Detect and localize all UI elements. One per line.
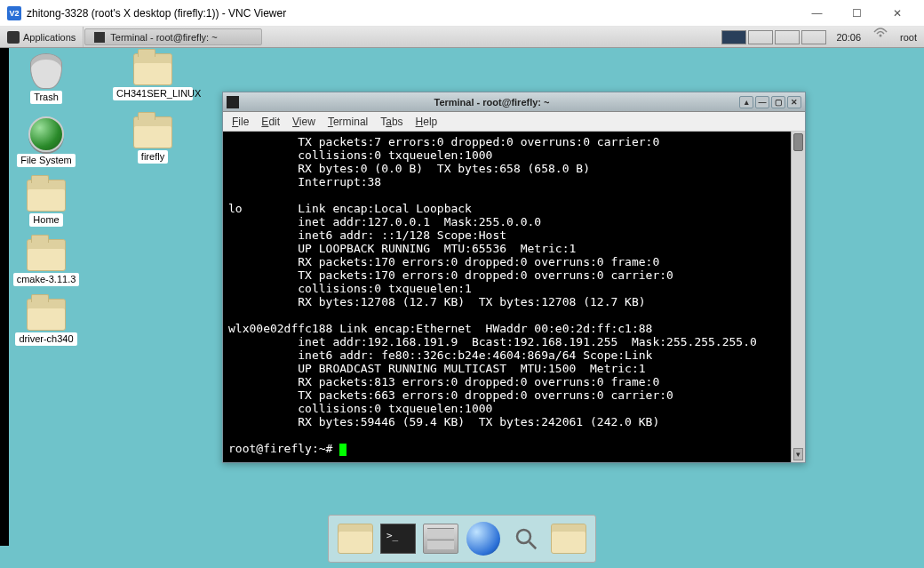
folder-icon [27, 239, 66, 271]
folder-icon [27, 299, 66, 331]
terminal-menu-edit[interactable]: Edit [261, 116, 280, 128]
panel-user-label[interactable]: root [893, 27, 924, 47]
dock-browser[interactable] [464, 519, 503, 558]
desktop-icon-cmake[interactable]: cmake-3.11.3 [11, 239, 82, 286]
workspace-1[interactable] [721, 30, 746, 44]
terminal-titlebar[interactable]: Terminal - root@firefly: ~ ▴ — ▢ ✕ [223, 92, 805, 112]
taskbar-terminal-label: Terminal - root@firefly: ~ [110, 32, 217, 43]
svg-point-1 [517, 530, 530, 543]
driver-label: driver-ch340 [15, 332, 76, 346]
terminal-body[interactable]: TX packets:7 errors:0 dropped:0 overruns… [223, 132, 805, 462]
globe-icon [466, 522, 500, 556]
terminal-cursor [339, 444, 346, 456]
filesystem-label: File System [17, 154, 75, 167]
vnc-close-button[interactable]: ✕ [877, 1, 917, 26]
ch341-label: CH341SER_LINUX [113, 87, 193, 100]
terminal-maximize-button[interactable]: ▢ [771, 96, 785, 108]
home-label: Home [29, 213, 62, 227]
terminal-menu-help[interactable]: Help [416, 116, 438, 128]
bottom-dock [328, 515, 596, 563]
folder-icon [551, 524, 586, 554]
applications-menu-button[interactable]: Applications [0, 27, 84, 47]
workspace-3[interactable] [775, 30, 800, 44]
background-sliver [0, 48, 9, 546]
panel-clock[interactable]: 20:06 [830, 27, 869, 47]
cmake-label: cmake-3.11.3 [13, 273, 80, 286]
terminal-scroll-thumb[interactable] [793, 133, 803, 151]
terminal-menu-terminal[interactable]: Terminal [328, 116, 368, 128]
terminal-scrollbar[interactable]: ▾ [791, 132, 805, 462]
folder-icon [133, 116, 172, 148]
terminal-scrollup-button[interactable]: ▴ [739, 96, 753, 108]
panel-tray [718, 27, 830, 47]
terminal-close-button[interactable]: ✕ [787, 96, 801, 108]
dock-file-manager[interactable] [336, 519, 375, 558]
taskbar-terminal-tab[interactable]: Terminal - root@firefly: ~ [84, 28, 262, 45]
firefly-label: firefly [138, 150, 168, 164]
vnc-minimize-button[interactable]: — [797, 1, 837, 26]
desktop-icon-firefly[interactable]: firefly [117, 116, 188, 167]
folder-icon [133, 53, 172, 85]
desktop-icon-driver[interactable]: driver-ch340 [11, 299, 82, 346]
terminal-mini-icon [94, 32, 105, 43]
svg-line-2 [530, 542, 537, 549]
folder-icon [338, 524, 373, 554]
dock-file-cabinet[interactable] [421, 519, 460, 558]
terminal-menubar: File Edit View Terminal Tabs Help [223, 112, 805, 132]
terminal-menu-view[interactable]: View [292, 116, 315, 128]
remote-desktop[interactable]: Applications Terminal - root@firefly: ~ … [0, 27, 924, 568]
vnc-window-title: zhitong-3328 (root's X desktop (firefly:… [27, 7, 797, 20]
top-panel: Applications Terminal - root@firefly: ~ … [0, 27, 924, 48]
terminal-icon [380, 524, 416, 554]
vnc-window-controls: — ☐ ✕ [797, 1, 917, 26]
applications-label: Applications [23, 32, 76, 43]
folder-icon [27, 180, 66, 212]
terminal-titlebar-icon [227, 96, 239, 108]
terminal-menu-file[interactable]: File [232, 116, 249, 128]
svg-point-0 [880, 35, 882, 37]
desktop-icon-trash[interactable]: Trash [11, 53, 82, 104]
applications-icon [7, 31, 20, 44]
workspace-2[interactable] [748, 30, 773, 44]
desktop-icon-filesystem[interactable]: File System [11, 116, 82, 167]
terminal-window[interactable]: Terminal - root@firefly: ~ ▴ — ▢ ✕ File … [222, 92, 806, 463]
workspace-4[interactable] [801, 30, 826, 44]
desktop-icon-home[interactable]: Home [11, 180, 82, 227]
magnifier-icon [509, 522, 543, 556]
desktop-icons-area: Trash CH341SER_LINUX File System firefly… [11, 53, 188, 346]
cabinet-icon [423, 524, 458, 554]
network-icon[interactable] [873, 27, 888, 37]
vnc-maximize-button[interactable]: ☐ [837, 1, 877, 26]
terminal-output[interactable]: TX packets:7 errors:0 dropped:0 overruns… [223, 132, 791, 462]
dock-folder-2[interactable] [549, 519, 588, 558]
trash-icon [30, 53, 62, 89]
vnc-app-icon: V2 [7, 6, 21, 20]
dock-search[interactable] [506, 519, 546, 558]
terminal-minimize-button[interactable]: — [755, 96, 769, 108]
dock-terminal[interactable] [378, 519, 418, 558]
vnc-titlebar[interactable]: V2 zhitong-3328 (root's X desktop (firef… [0, 0, 924, 27]
terminal-menu-tabs[interactable]: Tabs [380, 116, 402, 128]
trash-label: Trash [30, 91, 62, 104]
terminal-title-text: Terminal - root@firefly: ~ [244, 97, 739, 108]
terminal-scroll-down-button[interactable]: ▾ [793, 448, 803, 460]
desktop-icon-ch341[interactable]: CH341SER_LINUX [117, 53, 188, 104]
drive-icon [28, 116, 64, 152]
